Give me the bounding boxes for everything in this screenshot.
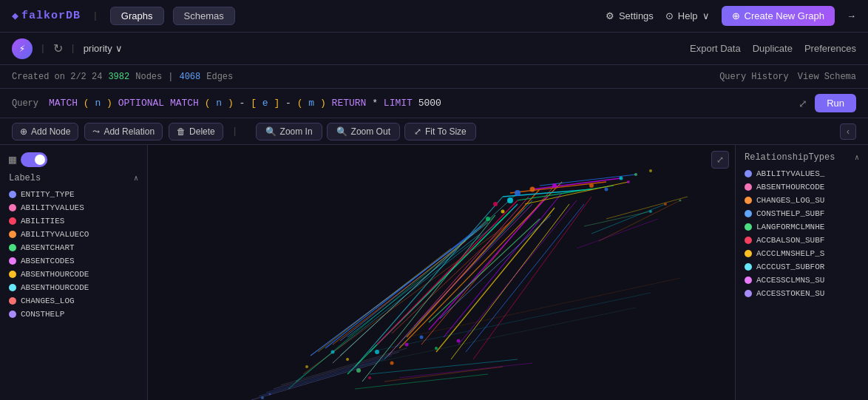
expand-graph-button[interactable]: ⤢ [711, 151, 729, 169]
created-date: Created on 2/2 24 [12, 72, 102, 82]
rel-type-name: ACCESSTOKEN_SU [756, 289, 824, 298]
help-icon: ⊙ [665, 10, 674, 21]
rel-type-name: ABSENTHOURCODE [756, 183, 824, 191]
svg-point-69 [589, 183, 594, 188]
left-sidebar: ▦ Labels ∧ ENTITY_TYPE ABILITYVALUES ABI… [0, 145, 148, 400]
label-dot [9, 297, 16, 305]
relationship-types-header: RelationshipTypes ∧ [745, 152, 859, 163]
label-name: ABILITYVALUECO [21, 230, 89, 239]
export-data-button[interactable]: Export Data [690, 43, 741, 54]
svg-point-54 [552, 183, 557, 188]
export-nav-button[interactable]: → [847, 10, 856, 21]
rel-type-item: ACCBALSON_SUBF [745, 234, 859, 247]
label-dot [9, 311, 16, 318]
nav-right: ⚙ Settings ⊙ Help ∨ ⊕ Create New Graph → [606, 6, 856, 26]
db-chevron-icon: ∨ [115, 43, 123, 54]
edges-label: Edges [206, 72, 233, 82]
label-name: ABILITYVALUES [21, 203, 84, 212]
query-text[interactable]: MATCH ( n ) OPTIONAL MATCH ( n ) - [ e ]… [49, 98, 791, 109]
rel-type-item: LANGFORMCLMNHE [745, 220, 859, 234]
nodes-count: 3982 [108, 72, 129, 82]
add-relation-button[interactable]: ⤳ Add Relation [84, 123, 163, 140]
dash1: - [240, 98, 245, 109]
paren3: ( [205, 98, 211, 109]
add-node-button[interactable]: ⊕ Add Node [12, 123, 78, 140]
zoom-in-icon: 🔍 [265, 126, 277, 137]
add-relation-icon: ⤳ [92, 126, 100, 137]
toolbar-right: Export Data Duplicate Preferences [690, 43, 856, 54]
label-name: ENTITY_TYPE [21, 190, 75, 199]
bracket1: [ [251, 98, 257, 109]
svg-point-77 [679, 200, 682, 202]
svg-point-65 [331, 350, 335, 354]
query-history-button[interactable]: Query History [719, 72, 789, 82]
rel-type-name: ACCCUST_SUBFOR [756, 262, 824, 271]
db-selector-button[interactable]: priority ∨ [84, 43, 123, 54]
label-item: CHANGES_LOG [9, 294, 138, 308]
chevron-down-icon: ∨ [702, 10, 710, 21]
svg-point-52 [530, 187, 535, 192]
label-dot [9, 257, 16, 265]
duplicate-button[interactable]: Duplicate [753, 43, 793, 54]
rel-types-chevron[interactable]: ∧ [855, 153, 859, 162]
graph-area[interactable]: ⤢ [148, 145, 735, 400]
paren6: ) [320, 98, 326, 109]
rel-type-name: ACCESSCLMNS_SU [756, 276, 824, 285]
help-button[interactable]: ⊙ Help ∨ [665, 10, 710, 21]
label-item: ABSENTCHART [9, 241, 138, 254]
label-dot [9, 271, 16, 278]
create-new-graph-button[interactable]: ⊕ Create New Graph [722, 6, 835, 26]
svg-point-68 [457, 339, 461, 343]
svg-point-62 [346, 358, 349, 361]
svg-point-64 [368, 376, 371, 379]
paren1: ( [84, 98, 89, 109]
expand-query-button[interactable]: ⤢ [799, 98, 807, 109]
zoom-out-button[interactable]: 🔍 Zoom Out [327, 123, 400, 140]
rel-type-dot [745, 237, 752, 244]
label-dot [9, 244, 16, 251]
preferences-button[interactable]: Preferences [804, 43, 856, 54]
labels-chevron[interactable]: ∧ [134, 174, 138, 183]
nav-graphs-button[interactable]: Graphs [110, 7, 164, 25]
info-bar-right: Query History View Schema [719, 72, 856, 82]
query-limit-val: 5000 [418, 98, 441, 109]
fit-to-size-button[interactable]: ⤢ Fit To Size [404, 123, 476, 140]
label-item: CONSTHELP [9, 308, 138, 321]
delete-label: Delete [189, 126, 215, 137]
svg-point-63 [420, 336, 424, 339]
edges-count: 4068 [179, 72, 200, 82]
svg-point-75 [649, 210, 652, 213]
relationship-type-list: ABILITYVALUES_ ABSENTHOURCODE CHANGES_LO… [745, 167, 859, 300]
rel-type-name: LANGFORMCLMNHE [756, 223, 824, 231]
action-right: ‹ [840, 123, 856, 140]
labels-toggle[interactable] [21, 152, 47, 167]
fit-icon: ⤢ [414, 126, 421, 137]
run-button[interactable]: Run [815, 94, 856, 112]
query-bar: Query MATCH ( n ) OPTIONAL MATCH ( n ) -… [0, 89, 868, 118]
var-n2: n [216, 98, 222, 109]
refresh-button[interactable]: ↻ [53, 41, 63, 55]
labels-section-header: Labels ∧ [9, 173, 138, 183]
nav-schemas-button[interactable]: Schemas [173, 7, 235, 25]
paren4: ) [228, 98, 234, 109]
rel-type-name: CHANGES_LOG_SU [756, 196, 824, 205]
var-e: e [262, 98, 268, 109]
var-m: m [308, 98, 314, 109]
collapse-panel-button[interactable]: ‹ [840, 123, 856, 140]
rel-type-item: ACCCUST_SUBFOR [745, 260, 859, 274]
label-item: ABILITYVALUECO [9, 228, 138, 241]
view-schema-button[interactable]: View Schema [798, 72, 856, 82]
label-item: ABILITIES [9, 214, 138, 228]
plus-icon: ⊕ [732, 10, 740, 21]
label-list: ENTITY_TYPE ABILITYVALUES ABILITIES ABIL… [9, 188, 138, 321]
settings-button[interactable]: ⚙ Settings [606, 10, 654, 21]
top-nav: ◆ falkorDB | Graphs Schemas ⚙ Settings ⊙… [0, 0, 868, 33]
delete-button[interactable]: 🗑 Delete [169, 123, 223, 140]
svg-point-59 [390, 362, 394, 365]
label-dot [9, 204, 16, 211]
zoom-in-button[interactable]: 🔍 Zoom In [256, 123, 322, 140]
sidebar-toggle: ▦ [9, 152, 138, 167]
toolbar-left: ⚡ | ↻ | priority ∨ [12, 38, 123, 59]
rel-type-dot [745, 263, 752, 271]
svg-point-76 [664, 203, 667, 206]
